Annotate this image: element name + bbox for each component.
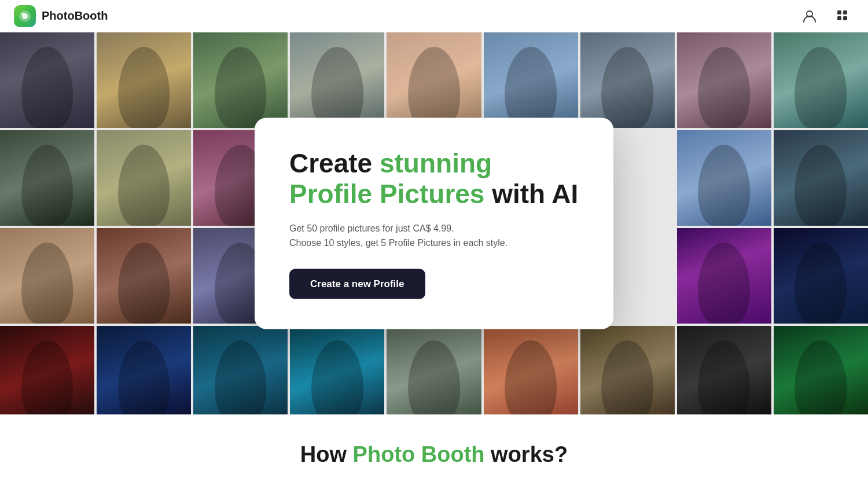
photo-cell: [774, 326, 868, 414]
photo-cell: [484, 326, 578, 414]
navbar-actions: [799, 5, 854, 27]
photo-cell: [97, 326, 191, 414]
photo-cell: [677, 326, 771, 414]
grid-icon-button[interactable]: [832, 5, 854, 27]
hero-subtitle: Get 50 profile pictures for just CA$ 4.9…: [289, 221, 579, 250]
photo-cell: [0, 130, 94, 226]
photo-cell: [677, 32, 771, 128]
photo-cell: [97, 228, 191, 324]
photo-cell: [677, 130, 771, 226]
user-icon: [802, 9, 817, 24]
photo-cell: [387, 32, 481, 128]
photo-cell: [290, 32, 384, 128]
photo-cell: [193, 326, 288, 414]
svg-rect-5: [843, 10, 847, 14]
photo-cell: [580, 32, 675, 128]
svg-rect-6: [837, 16, 841, 20]
navbar: PhotoBooth: [0, 0, 868, 32]
photo-cell: [774, 32, 868, 128]
photo-cell: [290, 326, 384, 414]
photo-cell: [387, 326, 481, 414]
photo-cell: [193, 32, 288, 128]
photo-cell: [0, 228, 94, 324]
photo-cell: [97, 130, 191, 226]
user-icon-button[interactable]: [799, 5, 821, 27]
photo-cell: [774, 228, 868, 324]
bottom-heading: How Photo Booth works?: [0, 442, 868, 467]
svg-point-2: [21, 13, 24, 15]
photo-cell: [774, 130, 868, 226]
photo-cell: [580, 326, 675, 414]
brand: PhotoBooth: [14, 5, 108, 27]
svg-rect-4: [837, 10, 841, 14]
grid-icon: [836, 9, 851, 24]
photo-cell: [0, 32, 94, 128]
photo-cell: [484, 32, 578, 128]
hero-card: Create stunning Profile Pictures with AI…: [255, 118, 613, 329]
photo-cell: [0, 326, 94, 414]
svg-rect-7: [843, 16, 847, 20]
photo-cell: [677, 228, 771, 324]
brand-text: PhotoBooth: [42, 9, 108, 23]
photo-cell: [97, 32, 191, 128]
cta-button[interactable]: Create a new Profile: [289, 269, 425, 299]
hero-heading: Create stunning Profile Pictures with AI: [289, 148, 579, 210]
hero-section: Create stunning Profile Pictures with AI…: [0, 32, 868, 414]
bottom-section: How Photo Booth works?: [0, 414, 868, 481]
logo-icon: [14, 5, 36, 27]
